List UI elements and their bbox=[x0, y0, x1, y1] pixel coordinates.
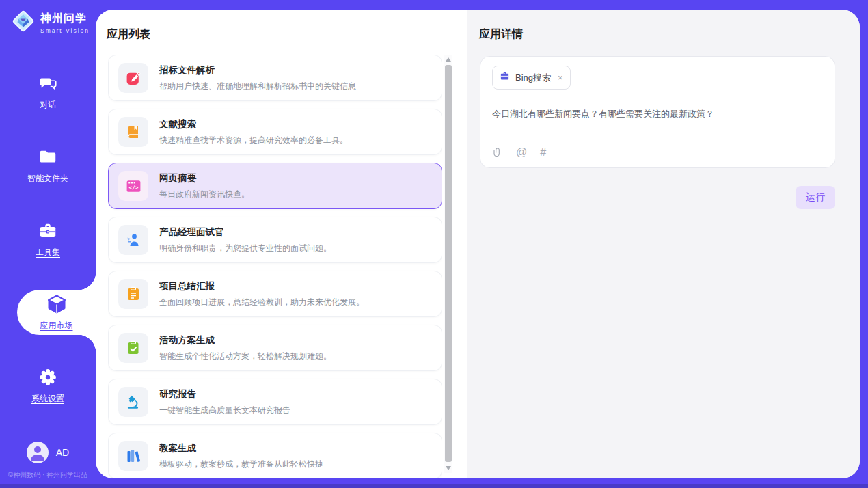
scrollbar bbox=[444, 55, 452, 473]
app-list-title: 应用列表 bbox=[107, 27, 150, 42]
sidebar-footer: ©神州数码 · 神州问学出品 bbox=[0, 470, 96, 480]
logo-title: 神州问学 bbox=[40, 12, 90, 26]
folder-icon bbox=[38, 146, 58, 168]
logo: 神州问学 Smart Vision bbox=[11, 9, 90, 36]
query-input-card[interactable]: Bing搜索 × 今日湖北有哪些新闻要点？有哪些需要关注的最新政策？ @ # bbox=[480, 56, 835, 168]
gear-icon bbox=[38, 366, 58, 388]
webpage-icon: </> bbox=[118, 171, 148, 201]
chip-close-icon[interactable]: × bbox=[556, 72, 563, 83]
user-label: AD bbox=[56, 447, 69, 458]
app-list-item[interactable]: 项目总结汇报全面回顾项目进展，总结经验教训，助力未来优化发展。 bbox=[108, 271, 442, 317]
scroll-up-button[interactable] bbox=[444, 55, 452, 64]
scroll-down-button[interactable] bbox=[444, 463, 452, 473]
mention-icon[interactable]: @ bbox=[516, 146, 527, 159]
logo-subtitle: Smart Vision bbox=[40, 27, 90, 34]
app-name: 文献搜索 bbox=[159, 118, 348, 131]
query-text: 今日湖北有哪些新闻要点？有哪些需要关注的最新政策？ bbox=[492, 108, 823, 120]
sidebar-item-toolset[interactable]: 工具集 bbox=[0, 216, 96, 262]
sidebar-item-label: 智能文件夹 bbox=[27, 173, 68, 185]
bid-doc-icon bbox=[118, 63, 148, 93]
sidebar-item-chat[interactable]: 对话 bbox=[0, 68, 96, 115]
logo-diamond-icon bbox=[11, 9, 36, 36]
sidebar-item-label: 工具集 bbox=[36, 247, 60, 258]
app-name: 招标文件解析 bbox=[159, 64, 356, 77]
book-icon bbox=[118, 117, 148, 147]
sidebar-item-label: 应用市场 bbox=[40, 320, 73, 331]
app-name: 研究报告 bbox=[159, 388, 290, 401]
user-button[interactable]: AD bbox=[0, 442, 96, 463]
triangle-down-icon bbox=[446, 466, 451, 470]
app-description: 一键智能生成高质量长文本研究报告 bbox=[159, 405, 290, 416]
books-icon bbox=[118, 441, 148, 471]
scrollbar-thumb[interactable] bbox=[445, 65, 452, 462]
hash-icon[interactable]: # bbox=[540, 146, 546, 159]
app-window: 神州问学 Smart Vision 对话 智能文件夹 工具集 应用市场 系统设置 bbox=[0, 0, 868, 488]
triangle-up-icon bbox=[446, 57, 451, 62]
clipboard-icon bbox=[118, 279, 148, 309]
app-name: 产品经理面试官 bbox=[159, 226, 331, 239]
avatar bbox=[27, 442, 49, 463]
briefcase-icon bbox=[500, 71, 510, 84]
content-container: 应用列表 招标文件解析帮助用户快速、准确地理解和解析招标书中的关键信息 文献搜索… bbox=[96, 10, 860, 478]
sidebar-item-app-market[interactable]: 应用市场 bbox=[17, 290, 96, 335]
interviewer-icon bbox=[118, 225, 148, 255]
app-list-panel: 应用列表 招标文件解析帮助用户快速、准确地理解和解析招标书中的关键信息 文献搜索… bbox=[96, 10, 467, 478]
app-list-item[interactable]: </>网页摘要每日政府新闻资讯快查。 bbox=[108, 163, 442, 209]
run-button[interactable]: 运行 bbox=[796, 186, 835, 209]
app-description: 每日政府新闻资讯快查。 bbox=[159, 189, 249, 200]
app-name: 网页摘要 bbox=[159, 172, 249, 185]
cube-icon bbox=[46, 293, 68, 315]
sidebar: 神州问学 Smart Vision 对话 智能文件夹 工具集 应用市场 系统设置 bbox=[0, 0, 96, 488]
svg-text:</>: </> bbox=[128, 185, 138, 191]
app-description: 智能生成个性化活动方案，轻松解决规划难题。 bbox=[159, 351, 331, 362]
sidebar-item-smart-folders[interactable]: 智能文件夹 bbox=[0, 142, 96, 189]
app-list-item[interactable]: 产品经理面试官明确身份和职责，为您提供专业性的面试问题。 bbox=[108, 217, 442, 263]
composer-toolbar: @ # bbox=[492, 146, 546, 159]
toolbox-icon bbox=[38, 220, 58, 242]
sidebar-item-label: 系统设置 bbox=[31, 393, 64, 405]
app-description: 快速精准查找学术资源，提高研究效率的必备工具。 bbox=[159, 135, 348, 146]
app-name: 活动方案生成 bbox=[159, 334, 331, 347]
app-detail-title: 应用详情 bbox=[479, 27, 523, 42]
app-name: 教案生成 bbox=[159, 442, 323, 455]
app-list-item[interactable]: 文献搜索快速精准查找学术资源，提高研究效率的必备工具。 bbox=[108, 109, 442, 155]
tool-chip-label: Bing搜索 bbox=[515, 72, 551, 84]
app-description: 明确身份和职责，为您提供专业性的面试问题。 bbox=[159, 243, 331, 254]
app-description: 全面回顾项目进展，总结经验教训，助力未来优化发展。 bbox=[159, 297, 364, 308]
app-description: 帮助用户快速、准确地理解和解析招标书中的关键信息 bbox=[159, 81, 356, 92]
app-description: 模板驱动，教案秒成，教学准备从此轻松快捷 bbox=[159, 459, 323, 470]
plan-check-icon bbox=[118, 333, 148, 363]
tool-chip[interactable]: Bing搜索 × bbox=[492, 66, 571, 90]
app-list: 招标文件解析帮助用户快速、准确地理解和解析招标书中的关键信息 文献搜索快速精准查… bbox=[108, 55, 442, 478]
sidebar-nav: 对话 智能文件夹 工具集 应用市场 系统设置 bbox=[0, 68, 96, 436]
sidebar-item-system-settings[interactable]: 系统设置 bbox=[0, 362, 96, 409]
attachment-icon[interactable] bbox=[492, 147, 503, 158]
app-list-item[interactable]: 研究报告一键智能生成高质量长文本研究报告 bbox=[108, 379, 442, 425]
sidebar-item-label: 对话 bbox=[40, 99, 56, 111]
microscope-icon bbox=[118, 387, 148, 417]
app-name: 项目总结汇报 bbox=[159, 280, 364, 293]
app-list-item[interactable]: 活动方案生成智能生成个性化活动方案，轻松解决规划难题。 bbox=[108, 325, 442, 371]
chat-icon bbox=[38, 72, 58, 94]
app-list-item[interactable]: 招标文件解析帮助用户快速、准确地理解和解析招标书中的关键信息 bbox=[108, 55, 442, 101]
app-detail-panel: 应用详情 Bing搜索 × 今日湖北有哪些新闻要点？有哪些需要关注的最新政策？ bbox=[467, 10, 860, 478]
bottom-edge bbox=[0, 484, 868, 488]
app-list-item[interactable]: 教案生成模板驱动，教案秒成，教学准备从此轻松快捷 bbox=[108, 433, 442, 478]
